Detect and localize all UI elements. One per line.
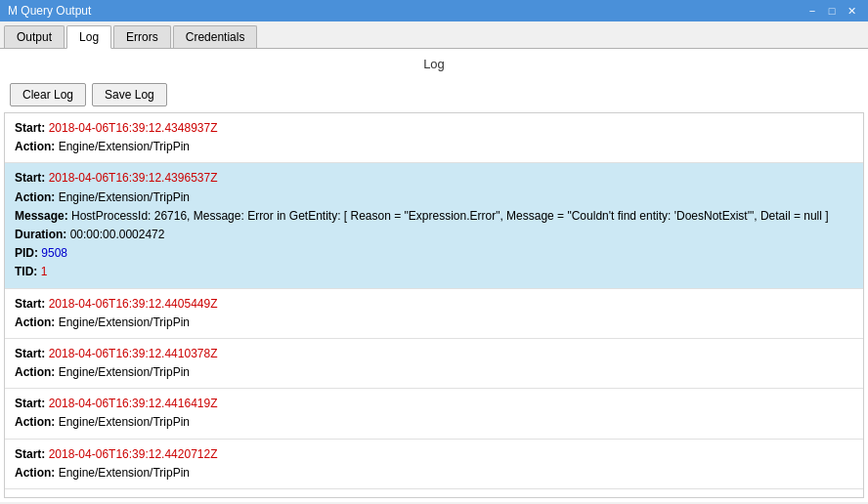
log-field-label: Message: (15, 209, 71, 223)
log-entry[interactable]: Start: 2018-04-06T16:39:12.4420712ZActio… (5, 440, 863, 489)
log-entry[interactable]: Start: 2018-04-06T16:39:12.4425721ZActio… (5, 489, 863, 498)
log-field-label: PID: (15, 246, 41, 260)
log-field: Start: 2018-04-06T16:39:12.4410378Z (15, 345, 853, 363)
log-field-value: 2018-04-06T16:39:12.4420712Z (49, 447, 218, 461)
tab-log[interactable]: Log (66, 25, 111, 49)
clear-log-button[interactable]: Clear Log (10, 83, 86, 106)
log-field-label: Action: (15, 140, 59, 153)
log-field-value: HostProcessId: 26716, Message: Error in … (71, 209, 829, 223)
log-field-value: Engine/Extension/TripPin (59, 140, 190, 153)
log-field-value: 2018-04-06T16:39:12.4405449Z (49, 297, 218, 311)
log-field-label: Start: (15, 397, 49, 410)
log-entry[interactable]: Start: 2018-04-06T16:39:12.4416419ZActio… (5, 389, 863, 439)
tab-output[interactable]: Output (4, 25, 65, 48)
log-field-value: 00:00:00.0002472 (70, 228, 165, 241)
log-field-label: TID: (15, 265, 41, 278)
log-entry[interactable]: Start: 2018-04-06T16:39:12.4348937ZActio… (5, 113, 863, 163)
log-area[interactable]: Start: 2018-04-06T16:39:12.4348937ZActio… (4, 112, 864, 498)
log-field-value: Engine/Extension/TripPin (59, 315, 190, 329)
log-field-label: Start: (15, 447, 49, 461)
log-field-label: Duration: (15, 228, 70, 241)
log-field-label: Start: (15, 121, 49, 135)
log-entry[interactable]: Start: 2018-04-06T16:39:12.4405449ZActio… (5, 289, 863, 339)
log-field: Action: Engine/Extension/TripPin (15, 138, 853, 156)
log-field-label: Action: (15, 315, 59, 329)
log-field-label: Action: (15, 466, 59, 480)
log-field: Start: 2018-04-06T16:39:12.4425721Z (15, 495, 853, 498)
log-field-value: 2018-04-06T16:39:12.4425721Z (49, 497, 218, 498)
toolbar: Clear Log Save Log (0, 77, 868, 112)
log-field: Action: Engine/Extension/TripPin (15, 363, 853, 382)
log-field-value: 9508 (41, 246, 67, 260)
tab-bar: Output Log Errors Credentials (0, 21, 868, 49)
log-entry[interactable]: Start: 2018-04-06T16:39:12.4410378ZActio… (5, 339, 863, 389)
log-field-value: Engine/Extension/TripPin (59, 415, 190, 429)
log-field-label: Start: (15, 347, 49, 360)
minimize-button[interactable]: − (803, 3, 821, 19)
log-field-value: Engine/Extension/TripPin (59, 190, 190, 204)
log-field-value: 2018-04-06T16:39:12.4348937Z (49, 121, 218, 135)
log-field: PID: 9508 (15, 244, 853, 263)
log-field-label: Action: (15, 415, 59, 429)
close-button[interactable]: ✕ (843, 3, 860, 19)
log-field-value: 2018-04-06T16:39:12.4410378Z (49, 347, 218, 360)
log-field-value: 2018-04-06T16:39:12.4416419Z (49, 397, 218, 410)
log-field: Action: Engine/Extension/TripPin (15, 314, 853, 332)
log-field: Start: 2018-04-06T16:39:12.4396537Z (15, 169, 853, 188)
log-field: Duration: 00:00:00.0002472 (15, 226, 853, 244)
log-field-value: 2018-04-06T16:39:12.4396537Z (49, 171, 218, 185)
log-field: Action: Engine/Extension/TripPin (15, 413, 853, 432)
log-field: Start: 2018-04-06T16:39:12.4348937Z (15, 119, 853, 138)
save-log-button[interactable]: Save Log (92, 83, 167, 106)
log-field-value: 1 (41, 265, 48, 278)
tab-credentials[interactable]: Credentials (173, 25, 258, 48)
main-content: Log Clear Log Save Log Start: 2018-04-06… (0, 49, 868, 502)
log-field: Start: 2018-04-06T16:39:12.4416419Z (15, 395, 853, 413)
log-field-label: Start: (15, 497, 49, 498)
log-field: Message: HostProcessId: 26716, Message: … (15, 207, 853, 226)
window-title: M Query Output (8, 4, 91, 18)
log-field: Start: 2018-04-06T16:39:12.4420712Z (15, 445, 853, 464)
log-field: TID: 1 (15, 263, 853, 281)
log-field-label: Start: (15, 171, 49, 185)
log-field: Action: Engine/Extension/TripPin (15, 189, 853, 207)
log-field-value: Engine/Extension/TripPin (59, 466, 190, 480)
log-field: Action: Engine/Extension/TripPin (15, 464, 853, 483)
log-field-label: Start: (15, 297, 49, 311)
tab-errors[interactable]: Errors (113, 25, 171, 48)
log-field: Start: 2018-04-06T16:39:12.4405449Z (15, 295, 853, 314)
log-field-label: Action: (15, 190, 59, 204)
maximize-button[interactable]: □ (823, 3, 841, 19)
title-bar: M Query Output − □ ✕ (0, 0, 868, 21)
window-controls: − □ ✕ (803, 3, 860, 19)
log-entry[interactable]: Start: 2018-04-06T16:39:12.4396537ZActio… (5, 163, 863, 288)
log-field-value: Engine/Extension/TripPin (59, 365, 190, 379)
log-field-label: Action: (15, 365, 59, 379)
log-title: Log (0, 49, 868, 77)
